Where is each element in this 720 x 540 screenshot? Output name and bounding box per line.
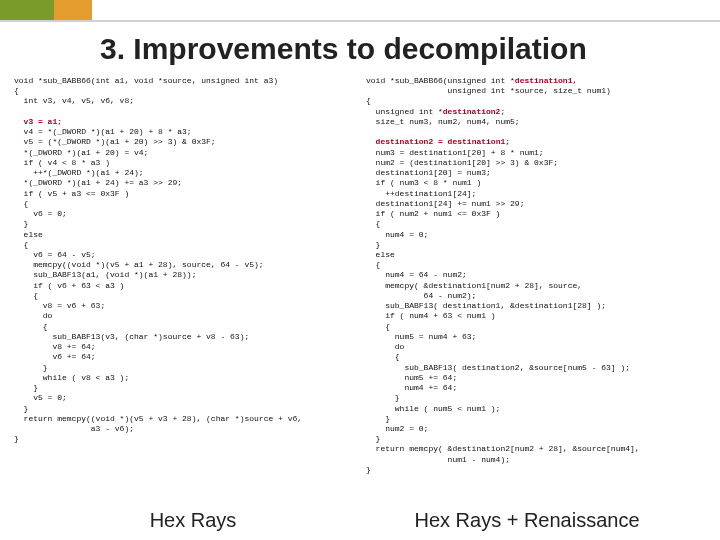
code-line: } (14, 404, 28, 413)
code-line: unsigned int * (366, 107, 443, 116)
code-line: unsigned int *source, size_t num1) (366, 86, 611, 95)
code-right: void *sub_BABB66(unsigned int *destinati… (366, 76, 706, 475)
code-line: while ( num5 < num1 ); (366, 404, 500, 413)
code-line: do (366, 342, 404, 351)
code-line: size_t num3, num2, num4, num5; (366, 117, 520, 126)
code-line: if ( num2 + num1 <= 0x3F ) (366, 209, 500, 218)
code-line: v5 = 0; (14, 393, 67, 402)
code-line: num2 = 0; (366, 424, 428, 433)
code-line: if ( v4 < 8 * a3 ) (14, 158, 110, 167)
code-line: { (14, 322, 48, 331)
code-line: *(_DWORD *)(a1 + 24) += a3 >> 29; (14, 178, 182, 187)
topbar (0, 0, 720, 22)
code-line (14, 117, 24, 126)
code-line: v6 = 0; (14, 209, 67, 218)
code-line: } (366, 240, 380, 249)
code-line: 64 - num2); (366, 291, 476, 300)
code-highlight: destination1 (515, 76, 573, 85)
code-highlight: v3 = a1; (24, 117, 62, 126)
code-columns: void *sub_BABB66(int a1, void *source, u… (0, 72, 720, 475)
code-line: v5 = (*(_DWORD *)(a1 + 20) >> 3) & 0x3F; (14, 137, 216, 146)
code-line: sub_BABF13(v3, (char *)source + v8 - 63)… (14, 332, 249, 341)
code-line: { (14, 291, 38, 300)
code-line: num4 = 64 - num2; (366, 270, 467, 279)
code-line: ++destination1[24]; (366, 189, 476, 198)
code-line: num5 += 64; (366, 373, 457, 382)
code-line: { (14, 86, 19, 95)
code-line: void *sub_BABB66(int a1, void *source, u… (14, 76, 278, 85)
code-line: memcpy( &destination1[num2 + 28], source… (366, 281, 582, 290)
code-line: sub_BABF13( destination1, &destination1[… (366, 301, 606, 310)
code-line: memcpy((void *)(v5 + a1 + 28), source, 6… (14, 260, 264, 269)
code-line: return memcpy((void *)(v5 + v3 + 28), (c… (14, 414, 302, 423)
code-line: } (14, 434, 19, 443)
code-line: { (14, 240, 28, 249)
code-line: } (366, 434, 380, 443)
code-line: *(_DWORD *)(a1 + 20) = v4; (14, 148, 148, 157)
code-line (366, 137, 376, 146)
code-line: } (366, 393, 400, 402)
code-line: { (366, 219, 380, 228)
code-line: { (366, 352, 400, 361)
code-line: v8 = v6 + 63; (14, 301, 105, 310)
code-line: num4 = 0; (366, 230, 428, 239)
code-line: else (14, 230, 43, 239)
title-gap (0, 22, 92, 72)
code-line: num5 = num4 + 63; (366, 332, 476, 341)
code-line: } (14, 219, 28, 228)
code-line: } (14, 363, 48, 372)
code-line: { (14, 199, 28, 208)
caption-right: Hex Rays + Renaissance (360, 509, 694, 532)
slide-title: 3. Improvements to decompilation (92, 22, 587, 72)
code-line: if ( v6 + 63 < a3 ) (14, 281, 124, 290)
code-line: , (572, 76, 577, 85)
code-line: } (14, 383, 38, 392)
code-highlight: destination2 = destination1; (376, 137, 510, 146)
code-right-col: void *sub_BABB66(unsigned int *destinati… (366, 76, 706, 475)
code-line: if ( num3 < 8 * num1 ) (366, 178, 481, 187)
code-line: num3 = destination1[20] + 8 * num1; (366, 148, 544, 157)
code-line: do (14, 311, 52, 320)
code-left-col: void *sub_BABB66(int a1, void *source, u… (14, 76, 354, 475)
code-line: ++*(_DWORD *)(a1 + 24); (14, 168, 144, 177)
code-line: v6 = 64 - v5; (14, 250, 96, 259)
code-line: num1 - num4); (366, 455, 510, 464)
accent-band-orange (54, 0, 92, 20)
accent-band-green (0, 0, 54, 20)
code-line: return memcpy( &destination2[num2 + 28],… (366, 444, 640, 453)
code-line: void *sub_BABB66(unsigned int * (366, 76, 515, 85)
code-line: num4 += 64; (366, 383, 457, 392)
code-line: v4 = *(_DWORD *)(a1 + 20) + 8 * a3; (14, 127, 192, 136)
code-line: sub_BABF13( destination2, &source[num5 -… (366, 363, 630, 372)
code-line: ; (500, 107, 505, 116)
code-line: else (366, 250, 395, 259)
code-line: } (366, 414, 390, 423)
caption-left: Hex Rays (26, 509, 360, 532)
code-line: while ( v8 < a3 ); (14, 373, 129, 382)
title-row: 3. Improvements to decompilation (0, 22, 720, 72)
code-left: void *sub_BABB66(int a1, void *source, u… (14, 76, 354, 444)
code-line: { (366, 96, 371, 105)
code-line: int v3, v4, v5, v6, v8; (14, 96, 134, 105)
code-line: destination1[24] += num1 >> 29; (366, 199, 524, 208)
code-line: sub_BABF13(a1, (void *)(a1 + 28)); (14, 270, 196, 279)
code-line: destination1[20] = num3; (366, 168, 491, 177)
code-line: { (366, 322, 390, 331)
code-line: v8 += 64; (14, 342, 96, 351)
code-line: { (366, 260, 380, 269)
slide: 3. Improvements to decompilation void *s… (0, 0, 720, 540)
code-line: num2 = (destination1[20] >> 3) & 0x3F; (366, 158, 558, 167)
code-line: } (366, 465, 371, 474)
code-line: a3 - v6); (14, 424, 134, 433)
code-line: if ( num4 + 63 < num1 ) (366, 311, 496, 320)
code-line: if ( v5 + a3 <= 0x3F ) (14, 189, 129, 198)
code-line: v6 += 64; (14, 352, 96, 361)
captions: Hex Rays Hex Rays + Renaissance (0, 509, 720, 532)
code-highlight: destination2 (443, 107, 501, 116)
